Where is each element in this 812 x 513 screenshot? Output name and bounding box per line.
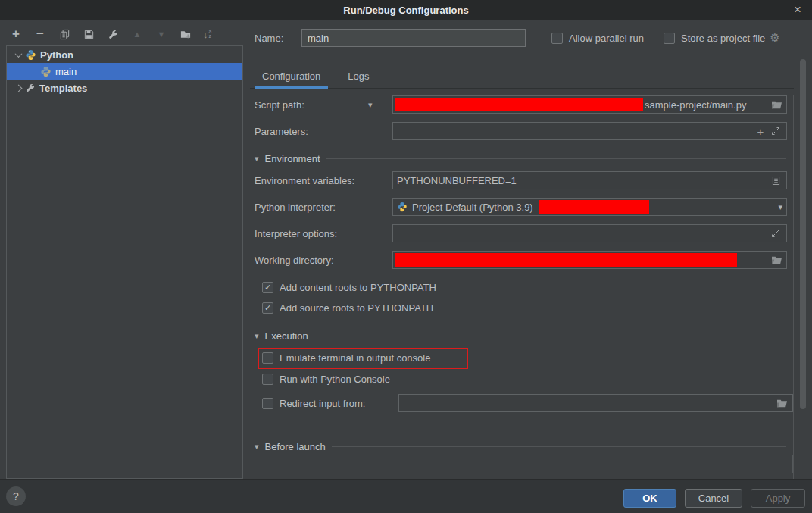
expand-field-button[interactable] [769, 227, 782, 240]
section-collapse-icon: ▾ [255, 442, 259, 452]
store-as-project-file-checkbox[interactable] [664, 33, 675, 44]
allow-parallel-run-option[interactable]: Allow parallel run [551, 33, 644, 44]
help-button[interactable]: ? [6, 486, 26, 506]
configuration-panel: Name: Allow parallel run Store as projec… [250, 20, 794, 479]
allow-parallel-run-checkbox[interactable] [551, 33, 563, 44]
working-directory-row: Working directory: [255, 251, 793, 269]
name-input[interactable] [301, 29, 526, 47]
section-collapse-icon: ▾ [255, 154, 259, 164]
tree-item-main[interactable]: main [7, 63, 242, 80]
add-config-button[interactable]: + [9, 27, 23, 41]
tree-item-python[interactable]: Python [7, 46, 242, 63]
before-launch-task-list[interactable] [255, 455, 793, 473]
chevron-down-icon: ▾ [368, 100, 373, 109]
redirect-input-field[interactable] [398, 394, 793, 412]
python-icon [397, 202, 408, 212]
folder-icon [776, 399, 788, 408]
execution-section-header[interactable]: ▾ Execution [255, 329, 793, 343]
tree-item-label: Templates [39, 83, 87, 94]
interpreter-options-field[interactable] [392, 224, 787, 242]
script-path-field[interactable]: sample-project/main.py [392, 95, 787, 114]
run-with-python-console-checkbox[interactable] [262, 374, 273, 385]
add-content-roots-label: Add content roots to PYTHONPATH [280, 282, 436, 293]
browse-file-button[interactable] [775, 396, 789, 410]
environment-section-title: Environment [265, 153, 320, 164]
insert-macro-button[interactable]: + [754, 124, 767, 138]
tab-bar: Configuration Logs [250, 67, 794, 89]
environment-variables-row: Environment variables: PYTHONUNBUFFERED=… [255, 171, 793, 189]
apply-button[interactable]: Apply [751, 489, 805, 508]
python-icon [40, 66, 52, 77]
emulate-terminal-option[interactable]: Emulate terminal in output console [255, 352, 793, 364]
name-label: Name: [255, 33, 301, 44]
ok-button[interactable]: OK [623, 489, 676, 508]
add-source-roots-option[interactable]: ✓ Add source roots to PYTHONPATH [255, 302, 793, 314]
tree-toolbar: + − ▲ ▼ ↓ az [9, 26, 211, 42]
check-icon: ✓ [264, 283, 271, 292]
parameters-field[interactable]: + [392, 122, 787, 140]
close-icon: × [794, 2, 801, 17]
close-button[interactable]: × [789, 2, 806, 18]
python-interpreter-label: Python interpreter: [255, 202, 392, 213]
expand-field-button[interactable] [769, 124, 782, 138]
emulate-terminal-checkbox[interactable] [262, 352, 273, 364]
remove-config-button[interactable]: − [33, 27, 47, 41]
python-interpreter-value: Project Default (Python 3.9) [412, 202, 533, 213]
footer: ? OK Cancel Apply [0, 479, 812, 513]
sort-az-icon: az [209, 30, 212, 39]
name-row: Name: Allow parallel run Store as projec… [250, 29, 794, 47]
allow-parallel-run-label: Allow parallel run [569, 33, 644, 44]
copy-config-button[interactable] [58, 27, 71, 41]
titlebar: Run/Debug Configurations × [0, 0, 812, 20]
edit-variables-button[interactable] [769, 174, 782, 187]
script-path-mode-dropdown[interactable]: ▾ [368, 100, 392, 110]
run-with-python-console-label: Run with Python Console [280, 374, 390, 385]
store-as-project-file-label: Store as project file [681, 33, 765, 44]
tree-item-templates[interactable]: Templates [7, 80, 242, 96]
section-collapse-icon: ▾ [255, 331, 259, 341]
plus-icon: + [757, 125, 764, 138]
gear-icon[interactable]: ⚙ [770, 31, 779, 45]
scrollbar[interactable] [800, 59, 806, 409]
redirect-input-checkbox[interactable] [262, 398, 273, 409]
browse-folder-button[interactable] [770, 253, 783, 267]
chevron-right-icon[interactable] [15, 84, 23, 92]
add-content-roots-option[interactable]: ✓ Add content roots to PYTHONPATH [255, 282, 793, 293]
chevron-down-icon: ▾ [778, 202, 782, 212]
sort-configurations-button[interactable]: ↓ az [203, 29, 211, 40]
sort-arrow-icon: ↓ [203, 29, 208, 40]
tree-item-label: main [55, 66, 77, 77]
python-interpreter-dropdown[interactable]: Project Default (Python 3.9) ▾ [392, 198, 787, 216]
edit-templates-button[interactable] [106, 27, 120, 41]
python-interpreter-row: Python interpreter: Project Default (Pyt… [255, 198, 793, 216]
script-path-value: sample-project/main.py [645, 99, 746, 111]
execution-section-title: Execution [265, 330, 308, 342]
tab-logs[interactable]: Logs [340, 67, 376, 88]
list-icon [772, 176, 780, 186]
add-source-roots-label: Add source roots to PYTHONPATH [280, 302, 433, 314]
environment-variables-field[interactable]: PYTHONUNBUFFERED=1 [392, 171, 787, 189]
add-content-roots-checkbox[interactable]: ✓ [262, 282, 273, 293]
browse-file-button[interactable] [770, 98, 783, 111]
configurations-tree: Python main Templates [6, 45, 243, 479]
working-directory-field[interactable] [392, 251, 787, 269]
tab-configuration[interactable]: Configuration [255, 67, 328, 88]
move-down-button[interactable]: ▼ [155, 27, 168, 41]
chevron-down-icon[interactable] [15, 50, 23, 58]
move-up-button[interactable]: ▲ [130, 27, 144, 41]
add-source-roots-checkbox[interactable]: ✓ [262, 302, 273, 314]
folder-icon [771, 255, 782, 265]
new-folder-button[interactable] [179, 27, 192, 41]
wrench-icon [108, 29, 119, 40]
cancel-button[interactable]: Cancel [685, 489, 742, 508]
tree-item-label: Python [40, 49, 73, 61]
environment-variables-label: Environment variables: [255, 175, 392, 186]
working-directory-label: Working directory: [255, 255, 392, 266]
before-launch-section-header[interactable]: ▾ Before launch [255, 439, 793, 453]
run-with-python-console-option[interactable]: Run with Python Console [255, 374, 793, 385]
store-as-project-file-option[interactable]: Store as project file [664, 33, 765, 44]
interpreter-options-row: Interpreter options: [255, 224, 793, 242]
environment-section-header[interactable]: ▾ Environment [255, 152, 793, 165]
emulate-terminal-label: Emulate terminal in output console [280, 352, 430, 364]
save-config-button[interactable] [82, 27, 95, 41]
